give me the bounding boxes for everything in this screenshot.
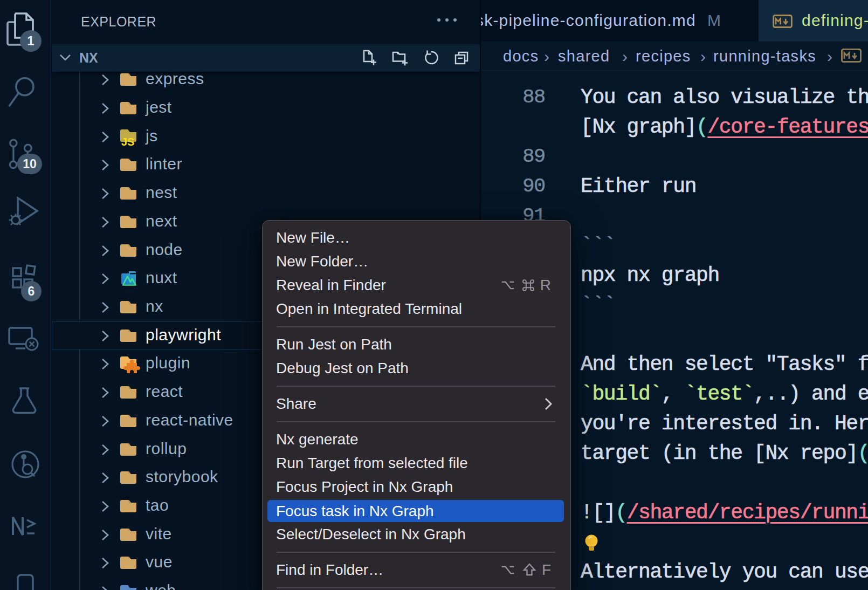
svg-text:JS: JS (121, 136, 134, 146)
